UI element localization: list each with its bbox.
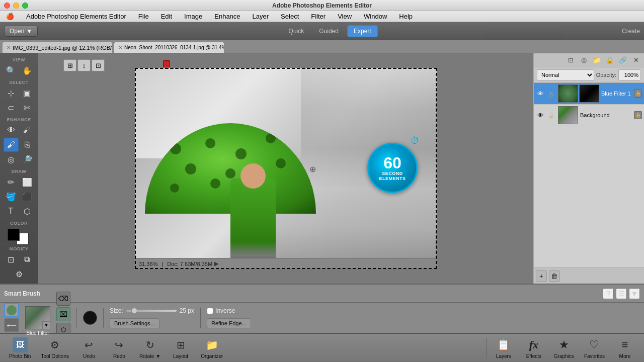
sharpen-tool[interactable]: 🔎 (20, 152, 35, 166)
layer-badge-2[interactable]: 🔒 (634, 111, 642, 119)
menu-select[interactable]: Select (279, 12, 301, 21)
minimize-button[interactable] (13, 3, 19, 9)
menu-help[interactable]: Help (397, 12, 415, 21)
quick-mode-button[interactable]: Quick (282, 25, 311, 37)
doc-tab-close-1[interactable]: ✕ (7, 45, 11, 50)
foreground-color-swatch[interactable] (8, 229, 20, 241)
layer-badge-1[interactable]: 🔒 (634, 89, 642, 98)
canvas-tool-2[interactable]: ↕ (77, 59, 91, 71)
brush-type-erase[interactable]: ⟵ (4, 318, 19, 332)
dock-rotate[interactable]: ↻ Rotate ▼ (134, 335, 166, 361)
menu-filter[interactable]: Filter (309, 12, 328, 21)
marquee-tool[interactable]: ▣ (20, 86, 35, 100)
doc-tab-close-2[interactable]: ✕ (118, 45, 122, 50)
size-slider[interactable] (126, 310, 177, 312)
add-layer-button[interactable]: + (536, 270, 547, 282)
heal-tool[interactable]: 🖋 (20, 123, 35, 137)
menu-app[interactable]: Adobe Photoshop Elements Editor (24, 12, 128, 21)
open-button[interactable]: Open ▼ (4, 26, 38, 37)
layers-icon: 📋 (496, 337, 511, 352)
layer-row-blue-filter[interactable]: 👁 🔒 Blue Filter 1 🔒 (534, 83, 644, 105)
brush-eraser-alt[interactable]: ⌧ (56, 307, 70, 321)
menu-edit[interactable]: Edit (159, 12, 174, 21)
guided-mode-button[interactable]: Guided (312, 25, 345, 37)
paint-bucket-tool[interactable]: 🪣 (4, 190, 19, 204)
menu-layer[interactable]: Layer (251, 12, 271, 21)
color-swatches[interactable] (8, 229, 31, 242)
recompose-tool[interactable]: ⧉ (20, 252, 35, 266)
menu-enhance[interactable]: Enhance (212, 12, 242, 21)
layer-visibility-2[interactable]: 👁 (536, 111, 545, 120)
smart-brush-label: Smart Brush (4, 290, 40, 297)
menu-view[interactable]: View (336, 12, 354, 21)
blend-mode-select[interactable]: Normal (537, 69, 594, 80)
zoom-tool[interactable]: 🔍 (4, 63, 19, 77)
apple-menu[interactable]: 🍎 (4, 12, 16, 21)
hand-tool[interactable]: ✋ (20, 63, 35, 77)
close-button[interactable] (4, 3, 10, 9)
maximize-button[interactable] (22, 3, 28, 9)
dock-layout[interactable]: ⊞ Layout (166, 335, 196, 361)
filter-thumb-dropdown[interactable]: ▼ (42, 321, 50, 329)
refine-edge-button[interactable]: Refine Edge... (207, 318, 251, 328)
canvas-tool-3[interactable]: ⊡ (92, 59, 105, 71)
menu-file[interactable]: File (136, 12, 151, 21)
layer-row-background[interactable]: 👁 🔒 Background 🔒 (534, 105, 644, 126)
custom-shape-tool[interactable]: ⬡ (20, 204, 35, 218)
panel-icon-3[interactable]: 📁 (591, 55, 603, 66)
brush-settings-button[interactable]: Brush Settings... (110, 318, 159, 328)
inverse-checkbox[interactable] (207, 308, 213, 314)
dock-undo[interactable]: ↩ Undo (74, 335, 104, 361)
pencil-tool[interactable]: ✏ (4, 175, 19, 189)
blur-tool[interactable]: ◎ (4, 152, 19, 166)
organizer-icon: 📁 (204, 337, 219, 352)
quick-select-tool[interactable]: ✄ (20, 101, 35, 115)
clone-tool[interactable]: ⎘ (20, 138, 35, 152)
dock-redo[interactable]: ↪ Redo (104, 335, 134, 361)
brush-color-picker[interactable] (83, 311, 97, 325)
doc-tab-1[interactable]: ✕ IMG_0399_edited-1.jpg @ 12.1% (RGB/8*) (2, 42, 113, 53)
panel-icon-2[interactable]: ◎ (578, 55, 590, 66)
doc-size-expand[interactable]: ▶ (214, 260, 218, 267)
eye-tool[interactable]: 👁 (4, 123, 19, 137)
dock-layers[interactable]: 📋 Layers (489, 335, 519, 361)
delete-layer-button[interactable]: 🗑 (549, 270, 560, 282)
doc-tab-2[interactable]: ✕ Neon_Shoot_20110326_0134-1.jpg @ 31.4%… (114, 42, 224, 53)
umbrella-dot-3 (235, 148, 247, 159)
select-section-label: SELECT (9, 80, 29, 85)
crop-tool[interactable]: ⊡ (4, 252, 19, 266)
smart-brush-list[interactable]: ☰ (616, 288, 627, 299)
canvas-tool-1[interactable]: ⊞ (63, 59, 76, 71)
layer-visibility-1[interactable]: 👁 (536, 89, 545, 98)
gradient-tool[interactable]: ⬛ (20, 190, 35, 204)
panel-icon-1[interactable]: ⊡ (565, 55, 577, 66)
move-tool[interactable]: ⊹ (4, 86, 19, 100)
brush-type-area: ⟵ (4, 303, 19, 332)
settings-tool[interactable]: ⚙ (12, 267, 27, 281)
dock-graphics[interactable]: ★ Graphics (549, 335, 579, 361)
dock-more[interactable]: ≡ More (610, 335, 640, 361)
dock-photo-bin[interactable]: 🖼 Photo Bin (4, 335, 36, 361)
menu-image[interactable]: Image (182, 12, 204, 21)
opacity-input[interactable] (618, 69, 641, 80)
bottom-panel: Smart Brush ? ☰ ▼ ⟵ ▼ Blue Filter (0, 284, 644, 333)
smart-brush-help[interactable]: ? (603, 288, 614, 299)
expert-mode-button[interactable]: Expert (347, 25, 378, 37)
dock-effects[interactable]: fx Effects (519, 335, 549, 361)
smart-brush-expand[interactable]: ▼ (629, 288, 640, 299)
dock-tool-options[interactable]: ⚙ Tool Options (36, 335, 74, 361)
type-tool[interactable]: T (4, 204, 19, 218)
dock-favorites[interactable]: ♡ Favorites (579, 335, 610, 361)
eraser-tool[interactable]: ⬜ (20, 175, 35, 189)
brush-eraser-button[interactable]: ⌫ (56, 292, 70, 306)
smart-brush-tool[interactable]: 🖌 (4, 138, 19, 152)
lasso-tool[interactable]: ⊂ (4, 101, 19, 115)
menu-window[interactable]: Window (362, 12, 389, 21)
panel-icon-link[interactable]: 🔗 (617, 55, 629, 66)
panel-icon-lock[interactable]: 🔒 (604, 55, 616, 66)
brush-type-paint[interactable] (4, 303, 19, 317)
panel-icon-delete[interactable]: ✕ (630, 55, 642, 66)
dock-organizer[interactable]: 📁 Organizer (196, 335, 228, 361)
create-button[interactable]: Create (622, 28, 640, 35)
layer-name-2: Background (580, 112, 632, 118)
